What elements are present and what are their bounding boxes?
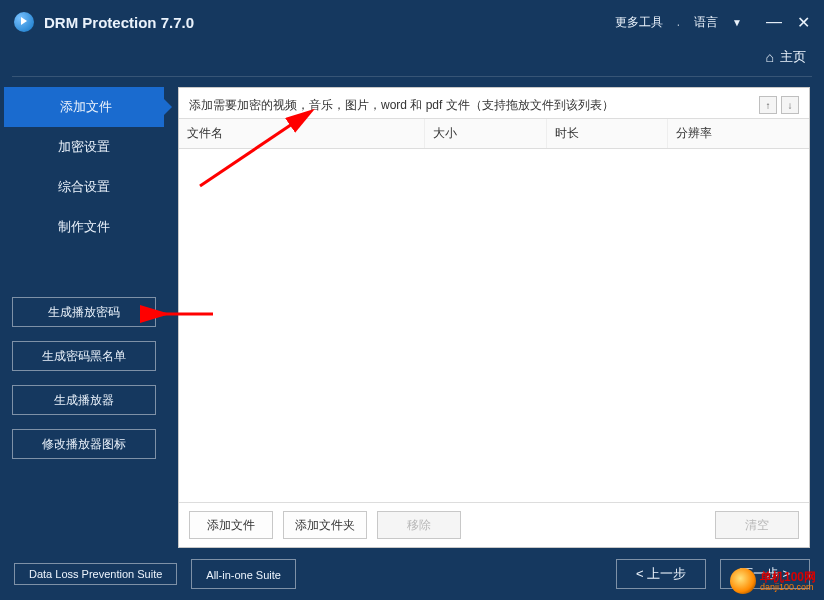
move-up-button[interactable]: ↑ xyxy=(759,96,777,114)
instruction-text: 添加需要加密的视频，音乐，图片，word 和 pdf 文件（支持拖放文件到该列表… xyxy=(189,97,759,114)
button-label: 生成密码黑名单 xyxy=(42,349,126,363)
clear-button[interactable]: 清空 xyxy=(715,511,799,539)
language-link[interactable]: 语言 xyxy=(694,14,718,31)
remove-button[interactable]: 移除 xyxy=(377,511,461,539)
sidebar-item-label: 制作文件 xyxy=(58,219,110,234)
button-label: 修改播放器图标 xyxy=(42,437,126,451)
sidebar-nav: 添加文件 加密设置 综合设置 制作文件 xyxy=(4,87,164,247)
modify-player-icon-button[interactable]: 修改播放器图标 xyxy=(12,429,156,459)
move-down-button[interactable]: ↓ xyxy=(781,96,799,114)
sidebar-item-add-files[interactable]: 添加文件 xyxy=(4,87,164,127)
allinone-suite-link[interactable]: All-in-one Suite xyxy=(191,559,296,589)
gen-password-blacklist-button[interactable]: 生成密码黑名单 xyxy=(12,341,156,371)
content-panel: 添加需要加密的视频，音乐，图片，word 和 pdf 文件（支持拖放文件到该列表… xyxy=(178,87,810,548)
next-step-button[interactable]: 下一步 > xyxy=(720,559,810,589)
button-label: 生成播放器 xyxy=(54,393,114,407)
panel-head: 添加需要加密的视频，音乐，图片，word 和 pdf 文件（支持拖放文件到该列表… xyxy=(179,88,809,118)
col-filename[interactable]: 文件名 xyxy=(179,119,425,148)
add-folder-button[interactable]: 添加文件夹 xyxy=(283,511,367,539)
table-header: 文件名 大小 时长 分辨率 xyxy=(179,118,809,149)
app-logo-icon xyxy=(14,12,34,32)
col-duration[interactable]: 时长 xyxy=(547,119,668,148)
prev-step-button[interactable]: < 上一步 xyxy=(616,559,706,589)
home-icon[interactable]: ⌂ xyxy=(766,49,774,65)
panel-footer: 添加文件 添加文件夹 移除 清空 xyxy=(179,502,809,547)
home-row: ⌂ 主页 xyxy=(0,44,824,70)
link-label: Data Loss Prevention Suite xyxy=(29,568,162,580)
bottom-bar: Data Loss Prevention Suite All-in-one Su… xyxy=(0,548,824,600)
file-list[interactable] xyxy=(179,149,809,502)
gen-player-button[interactable]: 生成播放器 xyxy=(12,385,156,415)
add-file-button[interactable]: 添加文件 xyxy=(189,511,273,539)
close-button[interactable]: ✕ xyxy=(796,13,810,32)
home-label[interactable]: 主页 xyxy=(780,48,806,66)
sidebar: 添加文件 加密设置 综合设置 制作文件 生成播放密码 生成密码黑名单 生成播放器… xyxy=(0,87,164,548)
button-label: 生成播放密码 xyxy=(48,305,120,319)
reorder-arrows: ↑ ↓ xyxy=(759,96,799,114)
sidebar-item-label: 综合设置 xyxy=(58,179,110,194)
more-tools-link[interactable]: 更多工具 xyxy=(615,14,663,31)
sidebar-item-encrypt-settings[interactable]: 加密设置 xyxy=(4,127,164,167)
titlebar: DRM Protection 7.7.0 更多工具 . 语言 ▼ — ✕ xyxy=(0,0,824,44)
sidebar-item-create-file[interactable]: 制作文件 xyxy=(4,207,164,247)
minimize-button[interactable]: — xyxy=(766,13,780,32)
titlebar-right: 更多工具 . 语言 ▼ — ✕ xyxy=(615,13,810,32)
dlp-suite-link[interactable]: Data Loss Prevention Suite xyxy=(14,563,177,585)
language-dropdown-icon[interactable]: ▼ xyxy=(732,17,742,28)
col-resolution[interactable]: 分辨率 xyxy=(668,119,809,148)
link-label: All-in-one Suite xyxy=(206,569,281,581)
main-area: 添加文件 加密设置 综合设置 制作文件 生成播放密码 生成密码黑名单 生成播放器… xyxy=(0,77,824,548)
app-title: DRM Protection 7.7.0 xyxy=(44,14,615,31)
sidebar-item-general-settings[interactable]: 综合设置 xyxy=(4,167,164,207)
col-size[interactable]: 大小 xyxy=(425,119,546,148)
sidebar-item-label: 加密设置 xyxy=(58,139,110,154)
sidebar-item-label: 添加文件 xyxy=(60,99,112,114)
gen-play-password-button[interactable]: 生成播放密码 xyxy=(12,297,156,327)
